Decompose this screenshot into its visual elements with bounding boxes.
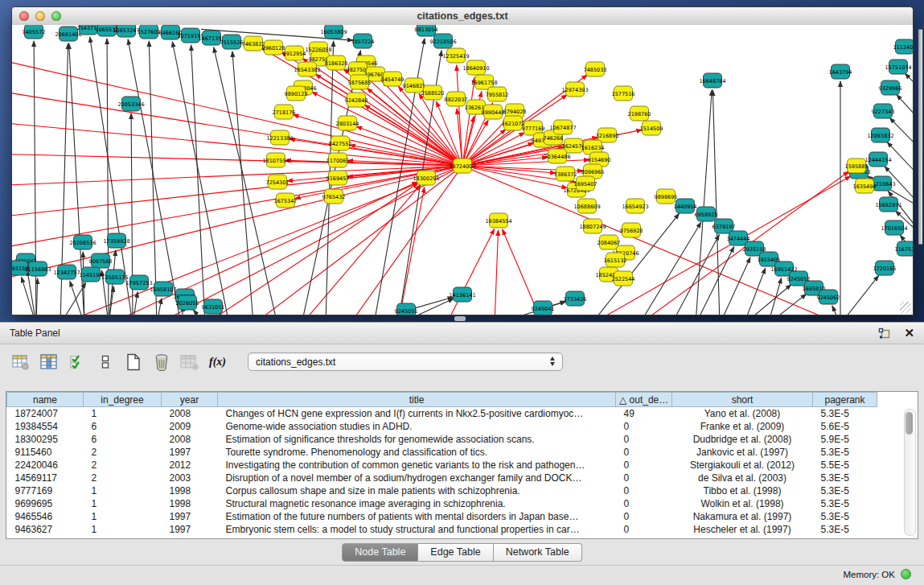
graph-node[interactable]: 1675347 bbox=[274, 193, 298, 208]
graph-node[interactable]: 9631051 bbox=[202, 299, 225, 314]
graph-node[interactable]: 16053809 bbox=[320, 25, 347, 39]
column-header-in_degree[interactable]: in_degree bbox=[84, 393, 162, 407]
graph-node[interactable]: 8454749 bbox=[381, 72, 405, 86]
graph-node[interactable]: 1514509 bbox=[640, 121, 663, 135]
tab-edge-table[interactable]: Edge Table bbox=[418, 543, 493, 562]
network-canvas[interactable]: 1405572206914062543712106553210653247152… bbox=[12, 25, 913, 315]
graph-node[interactable]: 1643794 bbox=[829, 64, 852, 79]
graph-node[interactable]: 9245051 bbox=[395, 303, 418, 315]
table-row[interactable]: 1938455462009Genome-wide association stu… bbox=[7, 420, 877, 433]
graph-node[interactable]: 20206536 bbox=[69, 235, 96, 249]
graph-node[interactable]: 8427552 bbox=[329, 136, 352, 150]
graph-node[interactable]: 8813054 bbox=[415, 25, 438, 36]
column-header-year[interactable]: year bbox=[162, 393, 218, 407]
graph-node[interactable]: 12444154 bbox=[864, 152, 891, 167]
minimize-window-button[interactable] bbox=[35, 11, 45, 21]
table-row[interactable]: 1872400712008Changes of HCN gene express… bbox=[7, 407, 877, 420]
graph-node[interactable]: 9097588 bbox=[89, 253, 113, 268]
graph-node[interactable]: 7857224 bbox=[351, 34, 375, 48]
graph-node[interactable]: 7515526 bbox=[220, 35, 244, 49]
graph-node[interactable]: 14136141 bbox=[449, 287, 475, 302]
column-header-short[interactable]: short bbox=[672, 393, 813, 407]
graph-node[interactable]: 10653247 bbox=[113, 25, 139, 37]
memory-status-indicator[interactable] bbox=[901, 569, 911, 579]
graph-node[interactable]: 9245062 bbox=[817, 290, 840, 304]
graph-node[interactable]: 17016504 bbox=[881, 220, 907, 235]
graph-node[interactable]: 7485033 bbox=[584, 62, 607, 76]
graph-node[interactable]: 11156863 bbox=[24, 262, 51, 276]
graph-node[interactable]: 2718176 bbox=[273, 105, 296, 119]
tab-network-table[interactable]: Network Table bbox=[494, 543, 582, 562]
graph-node[interactable]: 2803144 bbox=[336, 116, 359, 130]
close-window-button[interactable] bbox=[19, 11, 29, 21]
column-header-pagerank[interactable]: pagerank bbox=[813, 393, 877, 407]
table-row[interactable]: 946554611997Estimation of the future num… bbox=[7, 510, 877, 523]
graph-node[interactable]: 5875685 bbox=[348, 75, 372, 89]
close-panel-button[interactable]: ✕ bbox=[904, 328, 914, 339]
table-selector-dropdown[interactable]: citations_edges.txt bbox=[248, 352, 563, 371]
row-height-button[interactable] bbox=[94, 352, 116, 372]
graph-node[interactable]: 1720165 bbox=[873, 261, 897, 275]
column-header-name[interactable]: name bbox=[7, 393, 84, 407]
graph-node[interactable]: 19384554 bbox=[485, 213, 511, 228]
graph-node[interactable]: 9765432 bbox=[322, 189, 346, 204]
zoom-window-button[interactable] bbox=[51, 11, 61, 21]
graph-node[interactable]: 15751074 bbox=[885, 60, 911, 74]
table-row[interactable]: 2242004622012Investigating the contribut… bbox=[7, 459, 877, 472]
create-column-button[interactable] bbox=[122, 352, 144, 372]
graph-node[interactable]: 12342757 bbox=[53, 265, 80, 279]
graph-node[interactable]: 1595885 bbox=[845, 159, 869, 173]
table-row[interactable]: 1456911722003Disruption of a novel membe… bbox=[7, 472, 877, 484]
network-window-titlebar[interactable]: citations_edges.txt bbox=[12, 7, 913, 26]
graph-node[interactable]: 9227343 bbox=[872, 104, 895, 118]
graph-node[interactable]: 1527602 bbox=[138, 25, 161, 39]
graph-node[interactable]: 8912954 bbox=[283, 46, 306, 60]
graph-node[interactable]: 6958923 bbox=[695, 207, 718, 221]
graph-node[interactable]: 9890123 bbox=[285, 86, 308, 101]
graph-node[interactable]: 92218506 bbox=[429, 34, 456, 48]
delete-column-button[interactable] bbox=[150, 352, 172, 372]
float-panel-button[interactable] bbox=[878, 328, 891, 340]
graph-node[interactable]: 1577516 bbox=[612, 86, 635, 101]
graph-node[interactable]: 12213389 bbox=[266, 130, 293, 145]
graph-node[interactable]: 9242848 bbox=[345, 93, 368, 107]
graph-node[interactable]: 10688609 bbox=[573, 199, 600, 213]
table-scrollbar-thumb[interactable] bbox=[906, 412, 913, 435]
table-row[interactable]: 946362711997Embryonic stem cells: a mode… bbox=[7, 523, 877, 536]
graph-node[interactable]: 16648784 bbox=[699, 73, 725, 88]
graph-node[interactable]: 1440954 bbox=[674, 199, 697, 213]
graph-node[interactable]: 17957253 bbox=[125, 275, 152, 290]
graph-node[interactable]: 13505135 bbox=[101, 270, 128, 284]
graph-node[interactable]: 10674877 bbox=[549, 120, 576, 134]
graph-node[interactable]: 1615132 bbox=[604, 253, 627, 267]
graph-node[interactable]: 1695407 bbox=[574, 176, 598, 191]
graph-node[interactable]: 7955812 bbox=[486, 87, 509, 101]
graph-node[interactable]: 9245041 bbox=[532, 301, 555, 315]
graph-node[interactable]: 7254301 bbox=[266, 175, 290, 189]
graph-node[interactable]: 16543382 bbox=[294, 62, 320, 76]
graph-node[interactable]: 1733426 bbox=[564, 291, 587, 306]
tab-node-table[interactable]: Node Table bbox=[342, 543, 418, 562]
graph-node[interactable]: 12974393 bbox=[561, 82, 588, 97]
graph-node[interactable]: 18107554 bbox=[262, 153, 289, 167]
table-row[interactable]: 969969511998Structural magnetic resonanc… bbox=[7, 497, 877, 510]
graph-node[interactable]: 2198760 bbox=[628, 106, 651, 121]
graph-node[interactable]: 15692971 bbox=[875, 197, 901, 212]
graph-node[interactable]: 1167539 bbox=[895, 241, 913, 256]
graph-node[interactable]: 2588520 bbox=[421, 85, 445, 100]
graph-node[interactable]: 1170065 bbox=[326, 153, 350, 167]
graph-node[interactable]: 12325419 bbox=[442, 48, 469, 63]
column-header-out_de[interactable]: △ out_de… bbox=[616, 393, 672, 407]
graph-node[interactable]: 9898695 bbox=[655, 189, 678, 204]
graph-node[interactable]: 20053346 bbox=[117, 97, 144, 111]
graph-node[interactable]: 1405572 bbox=[23, 25, 46, 39]
function-builder-button[interactable]: f(x) bbox=[207, 352, 228, 372]
column-header-title[interactable]: title bbox=[218, 393, 616, 407]
graph-node[interactable]: 9169457 bbox=[326, 171, 350, 185]
table-row[interactable]: 1830029562008Estimation of significance … bbox=[7, 433, 877, 446]
graph-node[interactable]: 18300295 bbox=[413, 171, 439, 185]
graph-node[interactable]: 2026055 bbox=[176, 295, 199, 310]
graph-node[interactable]: 2522544 bbox=[612, 271, 635, 286]
resize-grip[interactable] bbox=[900, 302, 911, 313]
graph-node[interactable]: 20364486 bbox=[544, 149, 570, 163]
